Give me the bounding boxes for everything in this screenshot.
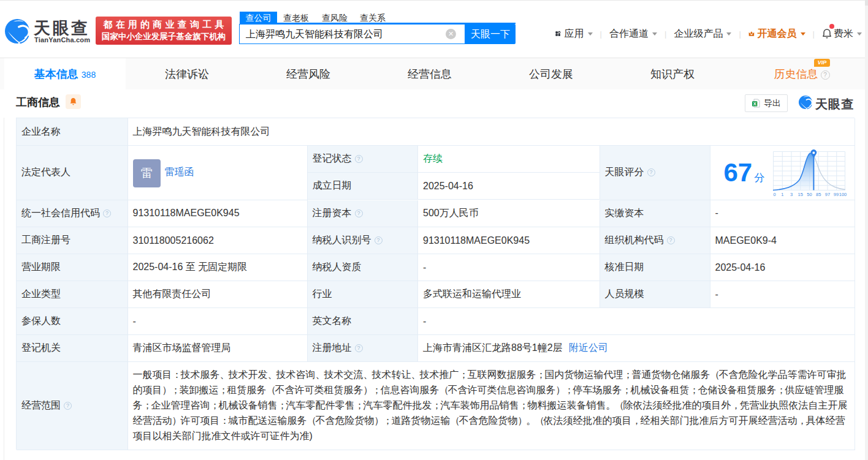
svg-text:15: 15 — [798, 192, 802, 197]
svg-text:3: 3 — [790, 192, 792, 197]
svg-text:X: X — [753, 101, 756, 107]
svg-text:99: 99 — [833, 192, 838, 197]
svg-text:0: 0 — [773, 192, 775, 197]
svg-text:85: 85 — [816, 192, 821, 197]
svg-text:1: 1 — [781, 192, 783, 197]
svg-text:50: 50 — [807, 192, 812, 197]
svg-text:100: 100 — [839, 192, 847, 197]
svg-text:97: 97 — [824, 192, 829, 197]
